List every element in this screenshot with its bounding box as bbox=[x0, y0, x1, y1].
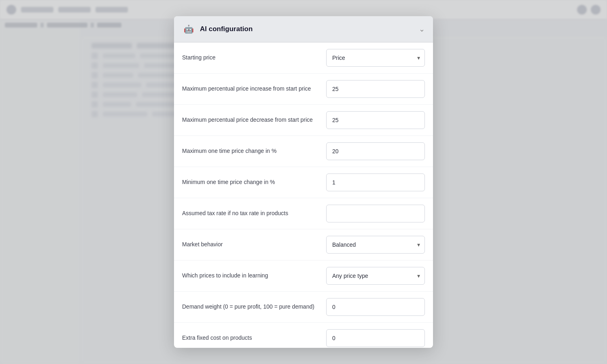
form-row-market-behavior: Market behavior Balanced Aggressive Cons… bbox=[174, 229, 433, 260]
ai-configuration-modal: 🤖 AI configuration ⌄ Starting price Pric… bbox=[174, 16, 433, 348]
min-one-time-control bbox=[326, 174, 425, 191]
modal-body: Starting price Price Cost List Price Sal… bbox=[174, 42, 433, 348]
demand-weight-input[interactable] bbox=[326, 298, 425, 316]
form-row-max-one-time: Maximum one time price change in % bbox=[174, 136, 433, 167]
max-pct-decrease-control bbox=[326, 111, 425, 129]
form-row-starting-price: Starting price Price Cost List Price Sal… bbox=[174, 42, 433, 74]
form-row-which-prices: Which prices to include in learning Any … bbox=[174, 260, 433, 292]
form-row-demand-weight: Demand weight (0 = pure profit, 100 = pu… bbox=[174, 292, 433, 323]
max-one-time-input[interactable] bbox=[326, 142, 425, 160]
form-row-max-pct-increase: Maximum percentual price increase from s… bbox=[174, 74, 433, 105]
tax-rate-input[interactable] bbox=[326, 205, 425, 222]
starting-price-select[interactable]: Price Cost List Price Sale Price bbox=[326, 49, 425, 67]
market-behavior-control: Balanced Aggressive Conservative Custom … bbox=[326, 236, 425, 254]
max-pct-increase-control bbox=[326, 80, 425, 98]
max-pct-decrease-label: Maximum percentual price decrease from s… bbox=[182, 116, 320, 124]
demand-weight-control bbox=[326, 298, 425, 316]
demand-weight-label: Demand weight (0 = pure profit, 100 = pu… bbox=[182, 303, 320, 311]
which-prices-select[interactable]: Any price type Regular price only Sale p… bbox=[326, 267, 425, 285]
max-one-time-control bbox=[326, 142, 425, 160]
which-prices-select-wrapper: Any price type Regular price only Sale p… bbox=[326, 267, 425, 285]
form-row-extra-cost: Extra fixed cost on products bbox=[174, 323, 433, 348]
market-behavior-select[interactable]: Balanced Aggressive Conservative Custom bbox=[326, 236, 425, 254]
min-one-time-label: Minimum one time price change in % bbox=[182, 178, 320, 186]
modal-overlay: 🤖 AI configuration ⌄ Starting price Pric… bbox=[0, 0, 607, 364]
market-behavior-select-wrapper: Balanced Aggressive Conservative Custom … bbox=[326, 236, 425, 254]
chevron-down-icon: ⌄ bbox=[419, 25, 425, 34]
max-pct-increase-input[interactable] bbox=[326, 80, 425, 98]
max-pct-decrease-input[interactable] bbox=[326, 111, 425, 129]
modal-header[interactable]: 🤖 AI configuration ⌄ bbox=[174, 16, 433, 42]
form-row-min-one-time: Minimum one time price change in % bbox=[174, 167, 433, 198]
extra-cost-input[interactable] bbox=[326, 329, 425, 347]
extra-cost-label: Extra fixed cost on products bbox=[182, 334, 320, 342]
robot-icon: 🤖 bbox=[182, 23, 195, 36]
which-prices-control: Any price type Regular price only Sale p… bbox=[326, 267, 425, 285]
max-pct-increase-label: Maximum percentual price increase from s… bbox=[182, 85, 320, 93]
starting-price-label: Starting price bbox=[182, 54, 320, 62]
which-prices-label: Which prices to include in learning bbox=[182, 272, 320, 280]
tax-rate-control bbox=[326, 205, 425, 222]
min-one-time-input[interactable] bbox=[326, 174, 425, 191]
max-one-time-label: Maximum one time price change in % bbox=[182, 147, 320, 155]
starting-price-select-wrapper: Price Cost List Price Sale Price ▾ bbox=[326, 49, 425, 67]
form-row-max-pct-decrease: Maximum percentual price decrease from s… bbox=[174, 105, 433, 136]
tax-rate-label: Assumed tax rate if no tax rate in produ… bbox=[182, 210, 320, 218]
modal-title: AI configuration bbox=[200, 25, 414, 33]
form-row-tax-rate: Assumed tax rate if no tax rate in produ… bbox=[174, 198, 433, 229]
starting-price-control: Price Cost List Price Sale Price ▾ bbox=[326, 49, 425, 67]
market-behavior-label: Market behavior bbox=[182, 241, 320, 249]
extra-cost-control bbox=[326, 329, 425, 347]
